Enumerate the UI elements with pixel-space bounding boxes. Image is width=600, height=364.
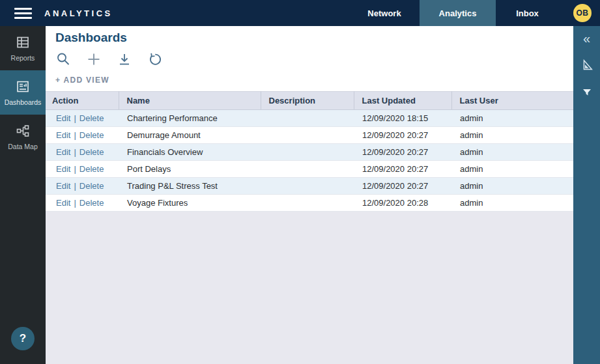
edit-link[interactable]: Edit [56,164,70,174]
sidebar-item-data-map[interactable]: Data Map [0,115,46,159]
data-map-icon [15,123,31,139]
content-header: Dashboards [46,26,573,91]
dashboard-icon [15,79,31,94]
edit-link[interactable]: Edit [56,130,70,140]
name-cell: Port Delays [119,161,261,178]
download-icon[interactable] [117,51,132,67]
sidebar-item-label: Data Map [8,143,38,150]
page-title: Dashboards [46,26,573,45]
last-user-cell: admin [451,161,573,178]
table-row[interactable]: Edit|Delete Financials Overview 12/09/20… [46,144,573,161]
right-rail: « [573,26,600,364]
action-cell: Edit|Delete [46,110,119,127]
last-user-cell: admin [451,195,573,212]
last-updated-cell: 12/09/2020 20:27 [354,178,451,195]
content-filler [46,212,573,364]
action-cell: Edit|Delete [46,144,119,161]
action-separator: | [74,147,76,157]
action-separator: | [74,130,76,140]
plus-icon[interactable] [86,51,102,67]
table-row[interactable]: Edit|Delete Trading P&L Stress Test 12/0… [46,178,573,195]
last-updated-cell: 12/09/2020 20:28 [354,195,451,212]
description-cell [261,127,354,144]
description-cell [261,178,354,195]
last-updated-cell: 12/09/2020 18:15 [354,110,451,127]
action-cell: Edit|Delete [46,178,119,195]
column-header-last-user[interactable]: Last User [451,92,573,110]
table-row[interactable]: Edit|Delete Port Delays 12/09/2020 20:27… [46,161,573,178]
search-icon[interactable] [55,51,71,67]
collapse-chevrons-icon[interactable]: « [583,32,590,45]
last-user-cell: admin [451,144,573,161]
name-cell: Chartering Performance [119,110,261,127]
help-button[interactable]: ? [11,327,35,350]
main-content: Dashboards [46,26,573,364]
delete-link[interactable]: Delete [79,130,104,140]
description-cell [261,110,354,127]
delete-link[interactable]: Delete [79,198,104,208]
hamburger-bar [14,8,32,10]
name-cell: Financials Overview [119,144,261,161]
sidebar-item-reports[interactable]: Reports [0,26,46,70]
last-updated-cell: 12/09/2020 20:27 [354,127,451,144]
action-separator: | [74,198,76,208]
column-header-description[interactable]: Description [261,92,354,110]
set-square-icon[interactable] [580,58,594,74]
name-cell: Demurrage Amount [119,127,261,144]
hamburger-bar [14,17,32,19]
app-brand: ANALYTICS [44,8,113,18]
tab-inbox[interactable]: Inbox [496,0,559,26]
name-cell: Voyage Fixtures [119,195,261,212]
sidebar-item-label: Reports [11,54,35,62]
column-header-name[interactable]: Name [119,92,261,110]
left-sidebar: Reports Dashboards [0,26,46,364]
undo-icon[interactable] [147,51,163,67]
toolbar [46,45,573,67]
action-cell: Edit|Delete [46,127,119,144]
hamburger-bar [14,12,32,14]
dashboards-table: Action Name Description Last Updated Las… [46,91,573,212]
column-header-last-updated[interactable]: Last Updated [354,92,451,110]
column-header-action[interactable]: Action [46,92,119,110]
action-separator: | [74,181,76,191]
tab-analytics[interactable]: Analytics [420,0,496,26]
edit-link[interactable]: Edit [56,147,70,157]
table-row[interactable]: Edit|Delete Demurrage Amount 12/09/2020 … [46,127,573,144]
sidebar-item-dashboards[interactable]: Dashboards [0,70,46,115]
description-cell [261,195,354,212]
action-separator: | [74,113,76,123]
avatar[interactable]: OB [573,4,592,22]
delete-link[interactable]: Delete [79,164,104,174]
name-cell: Trading P&L Stress Test [119,178,261,195]
delete-link[interactable]: Delete [79,181,104,191]
table-row[interactable]: Edit|Delete Voyage Fixtures 12/09/2020 2… [46,195,573,212]
action-cell: Edit|Delete [46,195,119,212]
edit-link[interactable]: Edit [56,181,70,191]
top-nav: Network Analytics Inbox [349,0,559,26]
action-cell: Edit|Delete [46,161,119,178]
delete-link[interactable]: Delete [79,147,104,157]
tab-network[interactable]: Network [349,0,420,26]
reports-table-icon [15,35,31,50]
filter-icon[interactable] [581,87,593,101]
description-cell [261,144,354,161]
sidebar-item-label: Dashboards [5,98,42,106]
last-user-cell: admin [451,127,573,144]
hamburger-icon[interactable] [14,8,32,19]
table-header: Action Name Description Last Updated Las… [46,92,573,110]
topbar: ANALYTICS Network Analytics Inbox OB [0,0,600,26]
last-updated-cell: 12/09/2020 20:27 [354,161,451,178]
last-updated-cell: 12/09/2020 20:27 [354,144,451,161]
delete-link[interactable]: Delete [79,113,104,123]
action-separator: | [74,164,76,174]
app-body: Reports Dashboards [0,26,600,364]
edit-link[interactable]: Edit [56,198,70,208]
description-cell [261,161,354,178]
last-user-cell: admin [451,110,573,127]
last-user-cell: admin [451,178,573,195]
add-view-button[interactable]: + ADD VIEW [46,67,573,91]
edit-link[interactable]: Edit [56,113,70,123]
table-row[interactable]: Edit|Delete Chartering Performance 12/09… [46,110,573,127]
